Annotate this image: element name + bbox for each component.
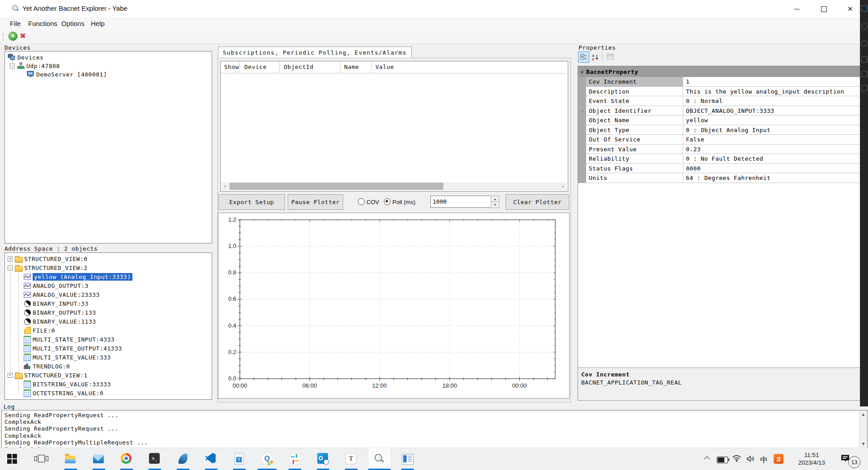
taskbar-vscode[interactable] [205,453,217,465]
property-name[interactable]: Object Type [586,125,683,135]
start-button[interactable] [6,453,18,465]
menu-functions[interactable]: Functions [28,20,57,27]
column-header-value[interactable]: Value [375,64,394,70]
tree-item-udp[interactable]: Udp:47808 [5,61,60,70]
tree-item-octetstring-value[interactable]: OCTETSTRING_VALUE:0 [5,389,103,397]
taskbar-clock[interactable]: 11:51 2023/4/13 [788,451,835,466]
dock-icon[interactable] [861,71,868,77]
property-row-cov-increment[interactable]: Cov Increment 1 [578,77,860,87]
horizontal-scrollbar[interactable]: ‹ › [221,182,567,190]
property-value[interactable]: 64 : Degrees Fahrenheit [684,173,860,183]
property-name[interactable]: Object Identifier [586,106,683,116]
notification-badge[interactable]: 13 [848,456,860,468]
tree-item-file[interactable]: FILE:0 [5,326,55,335]
cov-radio-label[interactable]: COV [366,199,379,205]
tree-item-multi-state-value[interactable]: MULTI_STATE_VALUE:333 [5,353,111,362]
taskbar-typora[interactable]: T [345,453,357,465]
clear-plotter-button[interactable]: Clear Plotter [506,194,569,210]
taskbar-terminal[interactable]: >_ [149,453,161,465]
property-row-object-identifier[interactable]: › Object Identifier OBJECT_ANALOG_INPUT:… [578,106,860,116]
column-header-device[interactable]: Device [244,64,267,70]
add-device-icon[interactable]: + [9,32,17,41]
tree-item-binary-output[interactable]: BINARY_OUTPUT:133 [5,308,96,317]
minimize-button[interactable] [788,4,806,14]
property-name[interactable]: Out Of Service [586,135,683,145]
scroll-down-button[interactable]: ▼ [859,440,867,447]
tree-item-yellow-analog-input[interactable]: yellow (Analog_Input:3333) [5,272,132,281]
taskbar-file-explorer[interactable] [65,453,77,465]
property-name[interactable]: Reliability [586,154,683,164]
tree-item-bitstring-value[interactable]: BITSTRING_VALUE:33333 [5,380,111,389]
alphabetical-sort-icon[interactable]: AZ [590,51,600,62]
property-row-object-type[interactable]: Object Type 0 : Object Analog Input [578,125,860,135]
taskbar-chrome[interactable] [121,453,132,465]
collapse-expander-icon[interactable] [10,64,15,68]
log-vertical-scrollbar[interactable]: ▲ ▼ [859,410,867,447]
property-value[interactable]: 0 : No Fault Detected [684,154,860,164]
scroll-right-button[interactable]: › [559,182,567,190]
scroll-up-button[interactable]: ▲ [859,410,867,418]
property-value[interactable]: OBJECT_ANALOG_INPUT:3333 [684,106,860,116]
dock-icon[interactable] [861,85,868,91]
tree-item-structured-view-0[interactable]: STRUCTURED_VIEW:0 [5,254,88,263]
property-value[interactable]: 0000 [684,164,860,174]
property-name[interactable]: Description [586,87,683,97]
taskbar-chat-app[interactable]: Q [261,453,273,465]
property-value[interactable]: This is the yellow analog_input descript… [684,87,860,97]
property-value[interactable]: 0 : Object Analog Input [684,125,860,135]
tree-item-trendlog[interactable]: TRENDLOG:0 [5,362,70,371]
categorized-view-icon[interactable]: + [578,51,589,63]
dock-icon[interactable] [861,56,868,63]
taskbar-text-file-app[interactable] [234,453,246,465]
property-name[interactable]: Units [586,173,683,183]
dock-icon[interactable] [861,5,868,12]
tree-item-demoserver[interactable]: DemoServer [400001] [5,70,107,79]
property-row-status-flags[interactable]: Status Flags 0000 [578,164,860,174]
poll-radio-label[interactable]: Poll (ms) [392,199,415,205]
poll-interval-input[interactable] [430,196,493,208]
property-value[interactable]: 0.23 [684,145,860,154]
property-value[interactable]: False [684,135,860,145]
taskbar-slack[interactable] [289,453,301,465]
property-row-event-state[interactable]: Event State 0 : Normal [578,96,860,106]
tree-item-structured-view-1[interactable]: STRUCTURED_VIEW:1 [5,371,88,380]
column-header-objectid[interactable]: ObjectId [284,64,314,70]
tree-item-multi-state-input[interactable]: MULTI_STATE_INPUT:4333 [5,335,115,344]
collapse-expander-icon[interactable] [8,265,13,270]
scroll-left-button[interactable]: ‹ [221,182,229,190]
spinner-down-button[interactable]: ▼ [491,201,499,208]
dock-icon[interactable] [861,23,868,30]
property-row-out-of-service[interactable]: Out Of Service False [578,135,860,145]
property-name[interactable]: Present Value [586,145,683,154]
property-value[interactable]: 1 [684,77,860,87]
property-value[interactable]: yellow [684,115,860,125]
property-category-header[interactable]: ∨ BacnetProperty [578,66,860,77]
volume-icon[interactable] [746,455,755,464]
close-button[interactable]: ✕ [841,4,859,14]
property-value[interactable]: 0 : Normal [684,96,860,106]
tab-subscriptions[interactable]: Subscriptions, Periodic Polling, Events/… [218,47,412,58]
cov-radio[interactable] [358,198,365,205]
tree-item-multi-state-output[interactable]: MULTI_STATE_OUTPUT:41333 [5,344,122,353]
taskbar-outlook[interactable]: O [317,453,329,465]
task-view-button[interactable] [35,453,47,465]
export-setup-button[interactable]: Export Setup [218,194,285,210]
taskbar-wireshark[interactable] [177,453,189,465]
tree-item-analog-value[interactable]: ANALOG_VALUE:23333 [5,290,100,299]
property-row-object-name[interactable]: Object Name yellow [578,115,860,125]
property-name[interactable]: Status Flags [586,164,683,174]
menu-file[interactable]: File [10,20,21,27]
scrollbar-thumb[interactable] [230,183,443,190]
delete-icon[interactable]: ✖ [20,31,26,41]
property-row-units[interactable]: Units 64 : Degrees Fahrenheit [578,173,860,183]
taskbar-yabe-active[interactable] [374,453,385,465]
poll-radio[interactable] [384,198,391,205]
tree-item-analog-output[interactable]: ANALOG_OUTPUT:3 [5,281,89,290]
property-row-reliability[interactable]: Reliability 0 : No Fault Detected [578,154,860,164]
property-name[interactable]: Event State [586,96,683,106]
tree-item-devices-root[interactable]: Devices [5,53,43,62]
taskbar-mail[interactable] [93,453,105,465]
property-row-description[interactable]: Description This is the yellow analog_in… [578,87,860,97]
property-row-present-value[interactable]: Present Value 0.23 [578,145,860,154]
taskbar-window-app[interactable] [402,453,413,465]
